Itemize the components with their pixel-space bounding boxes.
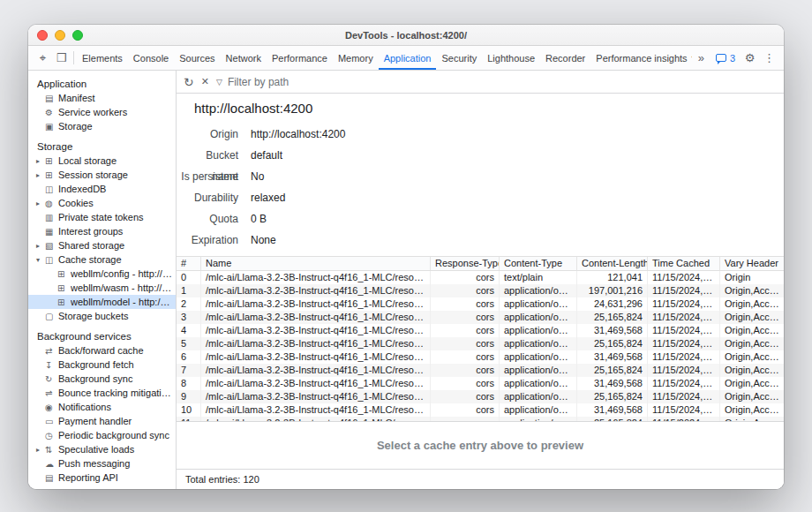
speech-bubble-icon <box>716 54 726 62</box>
cache-entry-row[interactable]: 4 /mlc-ai/Llama-3.2-3B-Instruct-q4f16_1-… <box>177 324 784 337</box>
kebab-menu-icon[interactable]: ⋮ <box>760 46 778 71</box>
disclosure-arrow-icon[interactable]: ▸ <box>36 200 45 207</box>
devtools-tab[interactable]: Security <box>436 46 482 70</box>
sidebar-item[interactable]: ▢ Storage buckets <box>28 309 176 323</box>
sidebar-item[interactable]: ▸ ⊞ Local storage <box>28 154 176 168</box>
reporting-api-icon: ▤ <box>45 473 58 483</box>
section-storage-header: Storage <box>28 139 176 154</box>
titlebar: DevTools - localhost:4200/ <box>28 25 784 46</box>
sidebar-item[interactable]: ▤ Reporting API <box>28 471 176 485</box>
zoom-window-button[interactable] <box>72 30 83 41</box>
cache-entry-row[interactable]: 0 /mlc-ai/Llama-3.2-3B-Instruct-q4f16_1-… <box>177 271 784 284</box>
disclosure-arrow-icon[interactable]: ▸ <box>36 446 45 454</box>
service-workers-icon: ⚙ <box>45 108 58 117</box>
cache-entry-row[interactable]: 7 /mlc-ai/Llama-3.2-3B-Instruct-q4f16_1-… <box>177 364 784 377</box>
devtools-tab[interactable]: Lighthouse <box>482 46 540 70</box>
devtools-tab[interactable]: Recorder <box>540 46 590 70</box>
cache-entry-row[interactable]: 10 /mlc-ai/Llama-3.2-3B-Instruct-q4f16_1… <box>177 403 784 417</box>
cache-entry-row[interactable]: 1 /mlc-ai/Llama-3.2-3B-Instruct-q4f16_1-… <box>177 284 784 297</box>
devtools-tab[interactable]: Console <box>128 46 174 70</box>
cell-index: 3 <box>177 311 201 324</box>
cell-time-cached: 11/15/2024, 10… <box>648 297 720 311</box>
cache-toolbar: ↻ ✕ ▽ <box>177 71 784 94</box>
sidebar-item-label: IndexedDB <box>58 184 109 194</box>
column-header[interactable]: Response-Type <box>431 257 500 270</box>
disclosure-arrow-icon[interactable]: ▾ <box>36 256 45 264</box>
sidebar-item[interactable]: ↻ Background sync <box>28 372 176 386</box>
cell-response-type: cors <box>431 271 500 284</box>
messages-count-badge: 3 <box>730 53 735 64</box>
sidebar-item[interactable]: ▾ ◫ Cache storage <box>28 252 176 267</box>
column-header[interactable]: # <box>177 257 201 270</box>
disclosure-arrow-icon[interactable]: ▸ <box>36 157 45 165</box>
sidebar-item[interactable]: ⚙ Service workers <box>28 105 176 119</box>
close-window-button[interactable] <box>37 30 48 41</box>
cache-entry-row[interactable]: 3 /mlc-ai/Llama-3.2-3B-Instruct-q4f16_1-… <box>177 311 784 324</box>
sidebar-item[interactable]: ⊞ webllm/config - http://loc… <box>28 267 176 281</box>
devtools-tab[interactable]: Application <box>379 46 437 70</box>
console-messages-button[interactable]: 3 <box>716 53 735 64</box>
manifest-icon: ▤ <box>45 94 58 103</box>
sidebar-item[interactable]: ◉ Notifications <box>28 400 176 414</box>
sidebar-item[interactable]: ▭ Payment handler <box>28 414 176 428</box>
cell-time-cached: 11/15/2024, 10… <box>648 284 720 297</box>
tab-label: Application <box>384 53 432 64</box>
sidebar-item[interactable]: ◷ Periodic background sync <box>28 428 176 442</box>
inspect-element-icon[interactable]: ⌖ <box>34 46 52 71</box>
sidebar-item[interactable]: ▸ ◍ Cookies <box>28 196 176 210</box>
devtools-tab[interactable]: Performance insights ⚗ <box>590 46 692 70</box>
sidebar-item[interactable]: ⊞ webllm/model - http://loc… <box>28 295 176 309</box>
devtools-tab[interactable]: Network <box>221 46 267 70</box>
sidebar-item[interactable]: ⊞ webllm/wasm - http://loca… <box>28 281 176 295</box>
refresh-icon[interactable]: ↻ <box>184 75 194 89</box>
sidebar-item[interactable]: ⇌ Bounce tracking mitigations <box>28 386 176 400</box>
cell-content-length: 25,165,824 <box>577 364 648 377</box>
column-header[interactable]: Content-Type <box>500 257 577 270</box>
storage-items-list: ▸ ⊞ Local storage ▸ ⊞ Session storage ◫ … <box>28 154 176 323</box>
minimize-window-button[interactable] <box>55 30 65 41</box>
sidebar-item[interactable]: ▥ Private state tokens <box>28 210 176 224</box>
tabs-list: Elements Console Sources Network <box>77 46 692 70</box>
storage-icon: ▣ <box>45 122 58 132</box>
cache-entry-row[interactable]: 5 /mlc-ai/Llama-3.2-3B-Instruct-q4f16_1-… <box>177 337 784 350</box>
device-toolbar-icon[interactable]: ❒ <box>52 46 71 71</box>
cache-entry-row[interactable]: 6 /mlc-ai/Llama-3.2-3B-Instruct-q4f16_1-… <box>177 350 784 364</box>
back-forward-cache-icon: ⇄ <box>45 346 58 356</box>
cache-entry-row[interactable]: 8 /mlc-ai/Llama-3.2-3B-Instruct-q4f16_1-… <box>177 377 784 390</box>
cell-time-cached: 11/15/2024, 10… <box>648 271 720 284</box>
more-tabs-chevron-icon[interactable]: » <box>692 46 710 71</box>
devtools-tab[interactable]: Memory <box>333 46 379 70</box>
settings-gear-icon[interactable]: ⚙ <box>741 46 759 71</box>
sidebar-item[interactable]: ▸ ▧ Shared storage <box>28 238 176 252</box>
column-header[interactable]: Time Cached <box>648 257 720 270</box>
cache-entry-row[interactable]: 2 /mlc-ai/Llama-3.2-3B-Instruct-q4f16_1-… <box>177 297 784 311</box>
sidebar-item[interactable]: ↧ Background fetch <box>28 358 176 372</box>
delete-selected-icon[interactable]: ✕ <box>201 76 209 87</box>
disclosure-arrow-icon[interactable]: ▸ <box>36 242 45 250</box>
sidebar-item[interactable]: ◫ IndexedDB <box>28 182 176 196</box>
column-header[interactable]: Name <box>201 257 431 270</box>
cell-content-length: 24,631,296 <box>577 297 648 311</box>
sidebar-item[interactable]: ☁ Push messaging <box>28 456 176 471</box>
devtools-tab[interactable]: Sources <box>174 46 220 70</box>
devtools-tab[interactable]: Elements <box>77 46 128 70</box>
cell-index: 5 <box>177 337 201 350</box>
filter-by-path-input[interactable] <box>228 76 422 88</box>
column-header[interactable]: Vary Header <box>720 257 784 270</box>
sidebar-item[interactable]: ▤ Manifest <box>28 91 176 105</box>
tab-label: Memory <box>338 53 373 64</box>
sidebar-item[interactable]: ▦ Interest groups <box>28 224 176 238</box>
sidebar-item-label: Storage buckets <box>58 311 132 321</box>
disclosure-arrow-icon[interactable]: ▸ <box>36 171 45 179</box>
metadata-value: None <box>251 230 276 251</box>
sidebar-item-label: webllm/config - http://loc… <box>71 268 176 279</box>
cell-name: /mlc-ai/Llama-3.2-3B-Instruct-q4f16_1-ML… <box>201 311 431 324</box>
sidebar-item[interactable]: ⇄ Back/forward cache <box>28 343 176 358</box>
sidebar-item[interactable]: ▸ ⇅ Speculative loads <box>28 442 176 456</box>
sidebar-item[interactable]: ▸ ⊞ Session storage <box>28 168 176 182</box>
column-header[interactable]: Content-Length <box>577 257 648 270</box>
devtools-tab[interactable]: Performance <box>267 46 333 70</box>
cache-entry-row[interactable]: 9 /mlc-ai/Llama-3.2-3B-Instruct-q4f16_1-… <box>177 390 784 403</box>
sidebar-item-label: Periodic background sync <box>58 430 173 440</box>
sidebar-item[interactable]: ▣ Storage <box>28 119 176 133</box>
